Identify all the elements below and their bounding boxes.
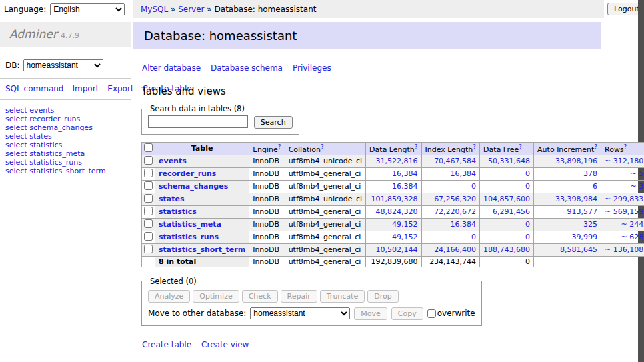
auto-increment-link[interactable]: 33,898,196: [555, 157, 597, 165]
sidebar-table-link-select-recorder-runs[interactable]: select recorder_runs: [5, 115, 125, 123]
database-links: Alter databaseDatabase schemaPrivileges: [142, 63, 604, 73]
select-all-checkbox[interactable]: [144, 143, 153, 152]
sidebar-action-import[interactable]: Import: [72, 84, 99, 93]
rows-count-link[interactable]: ~ 244: [621, 220, 643, 229]
language-select[interactable]: English: [50, 3, 125, 15]
index-length-link[interactable]: 0: [471, 182, 476, 191]
data-free-link[interactable]: 0: [525, 220, 530, 229]
link-create-view[interactable]: Create view: [201, 340, 249, 349]
sidebar-action-sql-command[interactable]: SQL command: [5, 84, 63, 93]
help-link[interactable]: ?: [415, 143, 418, 150]
auto-increment-link[interactable]: 913,577: [567, 207, 598, 216]
sidebar-action-export[interactable]: Export: [107, 84, 133, 93]
row-checkbox-cell: [142, 180, 155, 193]
auto-increment-link[interactable]: 325: [583, 220, 597, 229]
index-length-link[interactable]: 67,256,320: [434, 195, 476, 203]
data-length-link[interactable]: 31,522,816: [376, 157, 418, 165]
help-link[interactable]: ?: [624, 143, 627, 150]
sidebar-table-link-select-statistics-meta[interactable]: select statistics_meta: [5, 149, 125, 158]
row-checkbox-states[interactable]: [144, 194, 153, 203]
row-checkbox-statistics-short-term[interactable]: [144, 245, 153, 253]
index-length-link[interactable]: 72,220,672: [434, 207, 476, 216]
rows-count-link[interactable]: ~ 299,833: [605, 195, 643, 203]
rows-count-link[interactable]: ~ 3: [630, 182, 643, 191]
table-name-link-schema-changes[interactable]: schema_changes: [159, 182, 228, 191]
link-create-table[interactable]: Create table: [142, 340, 191, 349]
auto-increment-link[interactable]: 6: [593, 182, 597, 191]
selected-fieldset: Selected (0) AnalyzeOptimizeCheckRepairT…: [141, 277, 482, 326]
sidebar-table-link-select-statistics-runs[interactable]: select statistics_runs: [5, 158, 125, 167]
search-legend: Search data in tables (8): [148, 104, 247, 113]
auto-increment-link[interactable]: 33,398,984: [555, 195, 597, 203]
row-checkbox-recorder-runs[interactable]: [144, 169, 153, 177]
search-fieldset: Search data in tables (8) Search: [141, 104, 299, 135]
data-length-link[interactable]: 16,384: [392, 169, 418, 178]
auto-increment-link[interactable]: 39,999: [572, 233, 598, 241]
row-checkbox-statistics-meta[interactable]: [144, 219, 153, 228]
table-row-events: eventsInnoDButf8mb4_unicode_ci31,522,816…: [142, 155, 644, 167]
drop-button: Drop: [367, 290, 398, 303]
search-button[interactable]: Search: [254, 116, 293, 129]
breadcrumb-link-mysql[interactable]: MySQL: [141, 5, 168, 14]
sidebar-table-link-select-states[interactable]: select states: [5, 132, 125, 141]
data-free-link[interactable]: 0: [525, 169, 530, 178]
overwrite-checkbox[interactable]: [427, 309, 436, 318]
search-input[interactable]: [148, 115, 248, 128]
table-name-link-states[interactable]: states: [159, 195, 185, 203]
data-length-link[interactable]: 16,384: [392, 182, 418, 191]
link-database-schema[interactable]: Database schema: [211, 63, 283, 73]
help-link[interactable]: ?: [278, 143, 281, 150]
data-free-link[interactable]: 188,743,680: [483, 245, 530, 254]
help-link[interactable]: ?: [519, 143, 522, 150]
table-name-link-events[interactable]: events: [159, 157, 187, 165]
table-name-link-statistics-meta[interactable]: statistics_meta: [159, 220, 221, 229]
analyze-button: Analyze: [148, 290, 190, 303]
data-free-link[interactable]: 0: [525, 233, 530, 241]
sidebar-table-link-select-statistics[interactable]: select statistics: [5, 141, 125, 149]
index-length-link[interactable]: 0: [471, 233, 476, 241]
data-free-link[interactable]: 50,331,648: [488, 157, 530, 165]
sidebar-table-link-select-statistics-short-term[interactable]: select statistics_short_term: [5, 167, 125, 175]
help-link[interactable]: ?: [473, 143, 476, 150]
data-free-link[interactable]: 0: [525, 182, 530, 191]
breadcrumb-link-server[interactable]: Server: [178, 5, 204, 14]
link-privileges[interactable]: Privileges: [293, 63, 331, 73]
auto-increment-link[interactable]: 8,581,645: [560, 245, 597, 254]
rows-count-link[interactable]: ~ 5: [630, 169, 643, 178]
data-length-link[interactable]: 49,152: [392, 220, 418, 229]
table-name-link-recorder-runs[interactable]: recorder_runs: [159, 169, 216, 178]
index-length-link[interactable]: 16,384: [451, 169, 477, 178]
table-name-link-statistics[interactable]: statistics: [159, 207, 197, 216]
sidebar-table-link-select-schema-changes[interactable]: select schema_changes: [5, 123, 125, 132]
rows-count-link[interactable]: ~ 312,180: [605, 157, 643, 165]
db-select[interactable]: homeassistant: [23, 59, 103, 71]
row-checkbox-events[interactable]: [144, 156, 153, 165]
link-alter-database[interactable]: Alter database: [142, 63, 201, 73]
row-checkbox-statistics[interactable]: [144, 207, 153, 215]
help-link[interactable]: ?: [594, 143, 597, 150]
auto-increment-link[interactable]: 378: [583, 169, 597, 178]
move-db-select[interactable]: homeassistant: [250, 307, 350, 319]
help-link[interactable]: ?: [321, 143, 324, 150]
index-length-link[interactable]: 24,166,400: [434, 245, 476, 254]
data-length-link[interactable]: 10,502,144: [376, 245, 418, 254]
data-free-link[interactable]: 104,857,600: [483, 195, 530, 203]
rows-count-cell: ~ 5: [601, 167, 644, 180]
data-length-link[interactable]: 101,859,328: [371, 195, 418, 203]
table-name-link-statistics-runs[interactable]: statistics_runs: [159, 233, 219, 241]
auto-increment-cell: 33,898,196: [534, 155, 601, 167]
db-label: DB:: [5, 61, 20, 70]
row-checkbox-schema-changes[interactable]: [144, 181, 153, 190]
data-length-link[interactable]: 48,824,320: [376, 207, 418, 216]
data-length-link[interactable]: 49,152: [392, 233, 418, 241]
table-name-link-statistics-short-term[interactable]: statistics_short_term: [159, 245, 245, 254]
data-free-link[interactable]: 6,291,456: [493, 207, 530, 216]
index-length-link[interactable]: 16,384: [451, 220, 477, 229]
overwrite-wrap: overwrite: [427, 309, 475, 318]
rows-count-link[interactable]: ~ 569,159: [605, 207, 643, 216]
rows-count-link[interactable]: ~ 628: [621, 233, 643, 241]
rows-count-link[interactable]: ~ 136,108: [605, 245, 643, 254]
sidebar-table-link-select-events[interactable]: select events: [5, 106, 125, 115]
index-length-link[interactable]: 70,467,584: [434, 157, 476, 165]
row-checkbox-statistics-runs[interactable]: [144, 232, 153, 241]
